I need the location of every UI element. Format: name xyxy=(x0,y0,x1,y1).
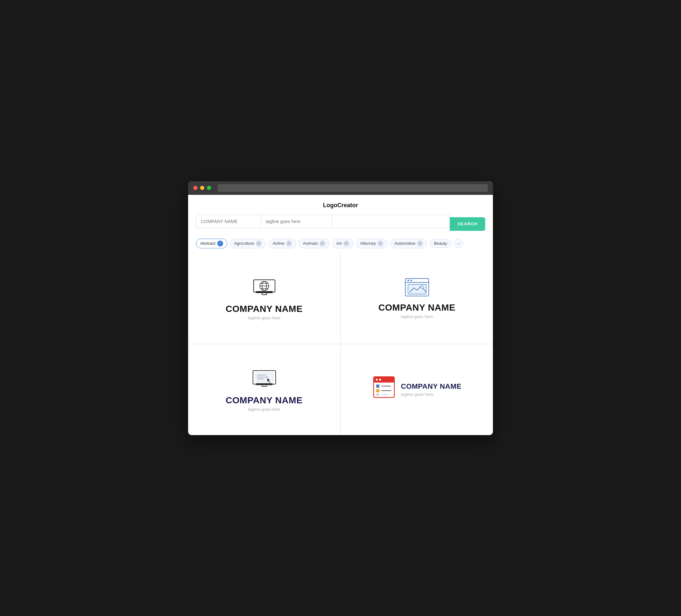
minimize-button[interactable] xyxy=(200,186,204,190)
category-chip-animals[interactable]: Animals ✓ xyxy=(299,239,329,248)
logo-4-tagline: tagline goes here xyxy=(401,392,461,397)
browser-titlebar xyxy=(188,181,493,195)
category-chip-agriculture[interactable]: Agriculture ✓ xyxy=(230,239,266,248)
category-check-animals: ✓ xyxy=(320,240,325,247)
svg-point-25 xyxy=(376,379,378,381)
svg-point-13 xyxy=(421,286,423,288)
logo-grid: COMPANY NAME tagline goes here xyxy=(188,253,493,435)
close-button[interactable] xyxy=(193,186,198,190)
browser-window: LogoCreator SEARCH Abstract ✓ Agricultur… xyxy=(188,181,493,435)
category-check-airline: ✓ xyxy=(286,240,292,247)
category-next-button[interactable]: → xyxy=(454,239,463,248)
computer-cursor-icon xyxy=(250,367,279,390)
category-chip-abstract[interactable]: Abstract ✓ xyxy=(196,239,227,248)
svg-rect-29 xyxy=(376,393,379,395)
category-label-abstract: Abstract xyxy=(200,241,216,246)
maximize-button[interactable] xyxy=(207,186,211,190)
logo-card-4[interactable]: COMPANY NAME tagline goes here xyxy=(341,344,493,435)
svg-rect-15 xyxy=(262,385,267,386)
category-chip-attorney[interactable]: Attorney ✓ xyxy=(356,239,387,248)
category-check-attorney: ✓ xyxy=(377,240,383,247)
logo-1-company-name: COMPANY NAME xyxy=(226,304,303,314)
logo-4-company-name: COMPANY NAME xyxy=(401,382,461,391)
svg-rect-27 xyxy=(376,385,379,388)
logo-1-tagline: tagline goes here xyxy=(248,315,280,320)
category-label-attorney: Attorney xyxy=(360,241,376,246)
svg-point-26 xyxy=(379,379,381,381)
logo-2-tagline: tagline goes here xyxy=(401,314,433,319)
app-title-text: LogoCreator xyxy=(323,202,358,208)
category-check-automotive: ✓ xyxy=(417,240,423,247)
app-title: LogoCreator xyxy=(188,195,493,215)
category-label-animals: Animals xyxy=(303,241,318,246)
logo-card-3[interactable]: COMPANY NAME tagline goes here xyxy=(188,344,340,435)
extra-input[interactable] xyxy=(332,215,450,228)
logo-3-company-name: COMPANY NAME xyxy=(226,395,303,406)
category-chip-beauty[interactable]: Beauty xyxy=(430,239,451,248)
logo-4-text-group: COMPANY NAME tagline goes here xyxy=(401,382,461,397)
company-name-input[interactable] xyxy=(196,215,261,228)
list-icon xyxy=(372,376,396,399)
category-check-agriculture: ✓ xyxy=(256,240,262,247)
category-filter: Abstract ✓ Agriculture ✓ Airline ✓ Anima… xyxy=(188,239,493,253)
browser-image-icon xyxy=(404,277,430,297)
category-chip-airline[interactable]: Airline ✓ xyxy=(269,239,296,248)
svg-point-11 xyxy=(410,280,412,281)
category-label-beauty: Beauty xyxy=(434,241,447,246)
logo-card-2[interactable]: COMPANY NAME tagline goes here xyxy=(341,253,493,344)
category-chip-automotive[interactable]: Automotive ✓ xyxy=(390,239,427,248)
category-label-agriculture: Agriculture xyxy=(234,241,254,246)
browser-content: LogoCreator SEARCH Abstract ✓ Agricultur… xyxy=(188,195,493,435)
logo-2-company-name: COMPANY NAME xyxy=(378,303,455,313)
svg-rect-17 xyxy=(255,373,273,382)
svg-rect-28 xyxy=(376,389,379,392)
globe-computer-icon xyxy=(250,276,279,299)
category-chip-art[interactable]: Art ✓ xyxy=(332,239,353,248)
category-check-art: ✓ xyxy=(344,240,349,247)
tagline-input[interactable] xyxy=(261,215,332,228)
svg-rect-1 xyxy=(262,293,267,295)
category-check-abstract: ✓ xyxy=(217,240,223,247)
logo-card-1[interactable]: COMPANY NAME tagline goes here xyxy=(188,253,340,344)
address-bar[interactable] xyxy=(218,184,488,192)
category-label-art: Art xyxy=(336,241,342,246)
svg-point-10 xyxy=(407,280,409,281)
search-bar: SEARCH xyxy=(188,215,493,233)
category-label-automotive: Automotive xyxy=(394,241,415,246)
search-button[interactable]: SEARCH xyxy=(450,217,485,231)
logo-3-tagline: tagline goes here xyxy=(248,407,280,412)
category-label-airline: Airline xyxy=(273,241,284,246)
